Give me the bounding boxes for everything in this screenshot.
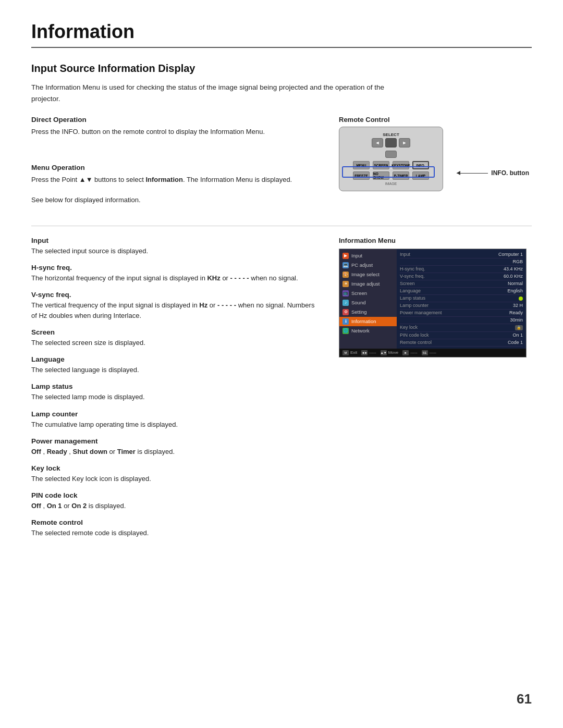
screen-label: Screen [351,290,367,296]
content-label-remote: Remote control [400,340,447,345]
page-title: Information [31,21,532,48]
section-title: Input Source Information Display [31,63,532,75]
right-arrow-btn[interactable]: ► [399,138,410,147]
exit-label: Exit [350,350,357,355]
direct-operation-section: Direct Operation Press the INFO. button … [31,116,532,215]
bottom-bar-end: SE ----- [422,350,436,355]
item-power-mgmt: Power management Off , Ready , Shut down… [31,437,318,457]
content-label-hsync: H-sync freq. [400,266,447,272]
content-label-lamp-counter: Lamp counter [400,303,447,308]
content-label-lamp-status: Lamp status [400,295,447,301]
end-label: ----- [430,350,436,355]
function-buttons-row2: FREEZE NO SHOW P-TIMER LAMP [345,171,437,180]
p-timer-btn[interactable]: P-TIMER [393,171,409,180]
item-vsync: V-sync freq. The vertical frequency of t… [31,291,318,321]
bottom-bar-move-ud: ▲▼ Move [381,350,399,355]
remote-control-label: Remote Control [339,116,532,124]
content-value-hsync: 43.4 KHz [504,266,523,272]
menu-btn[interactable]: MENU [353,161,370,169]
down-arrow-btn[interactable] [385,151,397,158]
lamp-status-dot [519,297,523,301]
info-items-section: Input The selected input source is displ… [31,237,532,546]
item-lamp-status: Lamp status The selected lamp mode is di… [31,382,318,402]
content-value-power-time: 30min [510,317,523,323]
left-arrow-btn[interactable]: ◄ [372,138,383,147]
item-vsync-text: The vertical frequency of the input sign… [31,300,318,321]
content-label-screen: Screen [400,281,447,286]
image-select-label: Image select [351,272,380,277]
menu-operation-title: Menu Operation [31,164,318,171]
content-label-input: Input [400,252,447,257]
content-row-power-mgmt: Power management Ready [400,310,523,317]
sidebar-item-pc-adjust[interactable]: 💻 PC adjust [339,261,397,270]
item-lamp-status-text: The selected lamp mode is displayed. [31,392,318,402]
ud-arrow-icon: ▲▼ [381,350,387,355]
item-input-title: Input [31,237,318,244]
item-pin-lock-title: PIN code lock [31,491,318,499]
keystone-btn[interactable]: KEYSTONE [393,161,409,169]
info-btn[interactable]: INFO. [412,161,429,169]
menu-screen-inner: ▶ Input 💻 PC adjust 🎨 Image select ☀ Ima… [339,249,526,349]
content-label-pin-lock: PIN code lock [400,332,447,338]
menu-bottom-bar: M Exit ◄► ----- ▲▼ Move ► ----- SE --- [339,349,526,357]
item-lamp-status-title: Lamp status [31,382,318,390]
content-row-hsync: H-sync freq. 43.4 KHz [400,266,523,273]
sidebar-item-information[interactable]: ℹ Information [339,317,397,326]
select-label: ----- [410,350,417,355]
content-row-rgb: RGB [400,258,523,266]
bottom-bar-select: ► ----- [402,350,417,355]
sidebar-item-setting[interactable]: ⚙ Setting [339,307,397,317]
screen-icon: 📺 [342,290,349,297]
info-items-left: Input The selected input source is displ… [31,237,318,546]
bottom-bar-exit: M Exit [342,350,357,355]
bottom-bar-move-lr: ◄► ----- [361,350,376,355]
sound-icon: ♪ [342,300,349,306]
info-menu-screenshot: ▶ Input 💻 PC adjust 🎨 Image select ☀ Ima… [339,249,527,357]
nav-buttons-row: ◄ ► [345,138,437,147]
input-icon: ▶ [342,253,349,259]
content-value-lamp-status [519,295,523,301]
divider [31,226,532,226]
info-menu-screenshot-label: Information Menu [339,237,532,244]
sidebar-item-input[interactable]: ▶ Input [339,251,397,261]
content-row-language: Language English [400,288,523,295]
direct-operation-text: Press the INFO. button on the remote con… [31,127,302,138]
item-hsync-title: H-sync freq. [31,264,318,272]
content-label-vsync: V-sync freq. [400,274,447,279]
screen-btn[interactable]: SCREEN [373,161,389,169]
menu-operation-text: Press the Point ▲▼ buttons to select Inf… [31,175,302,186]
no-show-btn[interactable]: NO SHOW [373,171,389,180]
item-language-text: The selected language is displayed. [31,365,318,375]
freeze-btn[interactable]: FREEZE [353,171,370,180]
sidebar-item-image-adjust[interactable]: ☀ Image adjust [339,279,397,289]
sidebar-item-sound[interactable]: ♪ Sound [339,298,397,307]
sidebar-item-network[interactable]: 🌐 Network [339,326,397,336]
item-remote-control-text: The selected remote code is displayed. [31,528,318,538]
menu-content-area: Input Computer 1 RGB H-sync freq. 43.4 K… [397,249,526,349]
direct-operation-title: Direct Operation [31,116,318,124]
sidebar-item-image-select[interactable]: 🎨 Image select [339,270,397,279]
content-value-language: English [507,288,523,293]
content-value-rgb: RGB [512,259,523,264]
sound-label: Sound [351,300,365,305]
content-label-key-lock: Key lock [400,325,447,330]
lr-label: ----- [369,350,376,355]
info-button-label: INFO. button [491,169,529,177]
content-row-lamp-counter: Lamp counter 32 H [400,302,523,310]
item-language: Language The selected language is displa… [31,355,318,375]
item-input-text: The selected input source is displayed. [31,246,318,256]
content-row-remote: Remote control Code 1 [400,339,523,347]
information-icon: ℹ [342,318,349,325]
menu-icon: M [342,350,349,355]
sidebar-item-screen[interactable]: 📺 Screen [339,289,397,298]
content-value-power-mgmt: Ready [509,310,523,315]
center-btn[interactable] [385,138,397,147]
lamp-btn[interactable]: LAMP [412,171,429,180]
content-value-vsync: 60.0 KHz [504,274,523,279]
see-below-text: See below for displayed information. [31,195,302,206]
page-number: 61 [517,691,532,707]
content-value-input: Computer 1 [498,252,523,257]
image-adjust-label: Image adjust [351,281,380,287]
content-value-lamp-counter: 32 H [513,303,523,308]
item-remote-control-title: Remote control [31,519,318,526]
